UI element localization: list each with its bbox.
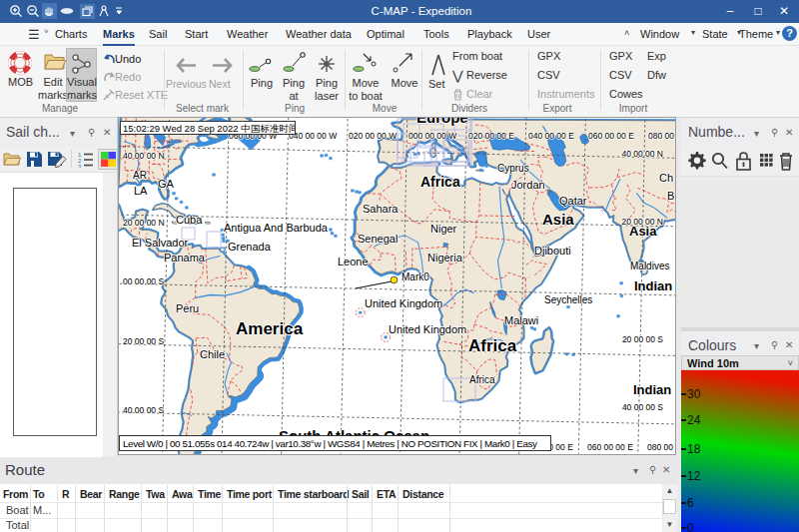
svg-text:3: 3 — [78, 164, 82, 169]
